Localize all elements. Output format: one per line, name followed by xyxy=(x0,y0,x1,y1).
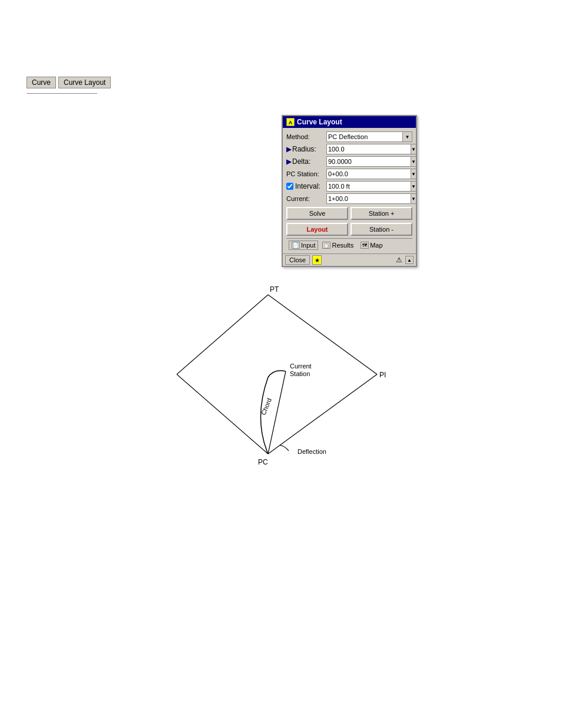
warning-icon: ⚠ xyxy=(394,255,404,265)
results-icon: 📋 xyxy=(322,242,330,249)
dialog-icon: A xyxy=(286,118,295,126)
dialog-titlebar: A Curve Layout xyxy=(283,116,416,128)
radius-label-container: ▶ Radius: xyxy=(286,145,326,153)
solve-button[interactable]: Solve xyxy=(286,207,348,220)
station-plus-button[interactable]: Station + xyxy=(351,207,412,220)
svg-text:Current: Current xyxy=(290,363,312,370)
dialog-body: Method: ▼ ▶ Radius: ▼ ▶ Delta: ▼ PC Stat… xyxy=(283,128,416,253)
curve-layout-menu-button[interactable]: Curve Layout xyxy=(58,77,111,88)
tab-map[interactable]: 🗺 Map xyxy=(358,241,385,250)
method-input[interactable] xyxy=(326,131,403,142)
method-dropdown-btn[interactable]: ▼ xyxy=(403,131,412,142)
dialog-tabs: 📄 Input 📋 Results 🗺 Map xyxy=(286,238,412,250)
method-row: Method: ▼ xyxy=(286,131,412,142)
interval-dropdown-btn[interactable]: ▼ xyxy=(411,181,416,192)
pc-station-dropdown-btn[interactable]: ▼ xyxy=(411,169,416,179)
radius-row: ▶ Radius: ▼ xyxy=(286,144,412,154)
pc-station-label: PC Station: xyxy=(286,170,326,177)
svg-line-0 xyxy=(268,295,377,374)
tab-results[interactable]: 📋 Results xyxy=(319,241,356,250)
radius-input[interactable] xyxy=(326,144,411,154)
svg-text:PC: PC xyxy=(258,458,268,466)
method-label: Method: xyxy=(286,133,326,140)
delta-label-container: ▶ Delta: xyxy=(286,157,326,166)
radius-arrow: ▶ xyxy=(286,146,291,153)
close-button[interactable]: Close xyxy=(285,255,310,265)
pc-station-input[interactable] xyxy=(326,169,411,179)
interval-checkbox[interactable] xyxy=(286,183,293,190)
svg-line-3 xyxy=(177,295,268,374)
current-label: Current: xyxy=(286,195,326,202)
delta-row: ▶ Delta: ▼ xyxy=(286,156,412,167)
diagram-svg: PT PI RP PC Current Station Chord Deflec… xyxy=(177,277,442,501)
delta-input[interactable] xyxy=(326,156,411,167)
delta-arrow: ▶ xyxy=(286,158,291,166)
map-icon: 🗺 xyxy=(361,242,369,249)
input-icon: 📄 xyxy=(292,242,300,249)
interval-label-container: Interval: xyxy=(286,182,326,190)
dialog-title: Curve Layout xyxy=(297,118,342,126)
delta-dropdown-btn[interactable]: ▼ xyxy=(411,156,416,167)
menu-underline xyxy=(27,93,97,94)
svg-line-4 xyxy=(268,371,286,454)
diagram-area: PT PI RP PC Current Station Chord Deflec… xyxy=(177,277,442,501)
dialog-closebar: Close ★ ⚠ ▲ xyxy=(283,253,416,266)
current-dropdown-btn[interactable]: ▼ xyxy=(411,193,416,204)
menu-bar: Curve Curve Layout xyxy=(27,77,111,88)
layout-button[interactable]: Layout xyxy=(286,223,348,236)
tab-input[interactable]: 📄 Input xyxy=(289,241,318,250)
tab-map-label: Map xyxy=(370,242,382,249)
interval-input[interactable] xyxy=(326,181,411,192)
current-input[interactable] xyxy=(326,193,411,204)
station-minus-button[interactable]: Station - xyxy=(351,223,412,236)
tab-input-label: Input xyxy=(301,242,315,249)
radius-dropdown-btn[interactable]: ▼ xyxy=(411,144,416,154)
svg-text:PT: PT xyxy=(270,285,279,294)
star-button[interactable]: ★ xyxy=(312,255,322,265)
svg-text:Deflection: Deflection xyxy=(297,448,326,455)
solve-row: Solve Station + xyxy=(286,207,412,220)
svg-line-1 xyxy=(268,374,377,454)
interval-row: Interval: ▼ xyxy=(286,181,412,192)
current-row: Current: ▼ xyxy=(286,193,412,204)
svg-line-2 xyxy=(177,374,268,454)
svg-text:PI: PI xyxy=(379,371,386,379)
layout-row: Layout Station - xyxy=(286,223,412,236)
svg-text:Station: Station xyxy=(290,370,310,377)
curve-layout-dialog: A Curve Layout Method: ▼ ▶ Radius: ▼ ▶ D… xyxy=(282,115,417,267)
pc-station-row: PC Station: ▼ xyxy=(286,169,412,179)
delta-label: Delta: xyxy=(292,157,310,166)
tab-results-label: Results xyxy=(332,242,353,249)
interval-label: Interval: xyxy=(295,182,320,190)
scroll-up-btn[interactable]: ▲ xyxy=(405,256,414,264)
curve-menu-button[interactable]: Curve xyxy=(27,77,56,88)
radius-label: Radius: xyxy=(292,145,316,153)
